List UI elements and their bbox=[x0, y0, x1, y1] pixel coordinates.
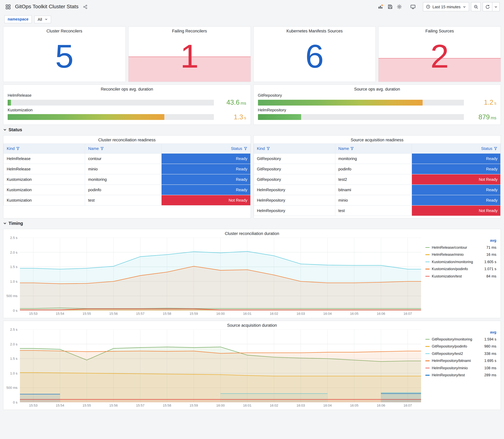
panel-title[interactable]: Source ops avg. duration bbox=[258, 85, 496, 92]
panel-title[interactable]: Kubernetes Manifests Sources bbox=[254, 27, 376, 34]
time-series-plot[interactable] bbox=[20, 329, 421, 402]
legend-series-name[interactable]: Kustomization/podinfo bbox=[432, 267, 484, 271]
x-axis-label: 15:59 bbox=[180, 312, 207, 315]
legend-series-name[interactable]: Kustomization/monitoring bbox=[432, 260, 484, 264]
top-bar: GitOps Toolkit Cluster Stats Last 15 bbox=[0, 0, 504, 13]
legend-item[interactable]: HelmRepository/bitnami1.695 s bbox=[425, 357, 496, 364]
legend-series-value: 338 ms bbox=[484, 352, 496, 356]
legend-avg-header[interactable]: avg bbox=[425, 238, 496, 244]
x-axis-label: 16:04 bbox=[314, 312, 341, 315]
column-header-kind[interactable]: Kind bbox=[3, 144, 85, 153]
gauge-label: HelmRepository bbox=[258, 108, 496, 112]
x-axis-label: 16:03 bbox=[287, 403, 314, 407]
column-header-status[interactable]: Status bbox=[161, 144, 250, 153]
page-title: GitOps Toolkit Cluster Stats bbox=[15, 4, 78, 10]
tables-row: Cluster reconciliation readiness Kind Na… bbox=[3, 135, 501, 219]
time-range-label: Last 15 minutes bbox=[432, 4, 461, 9]
panel-title[interactable]: Reconciler ops avg. duration bbox=[8, 85, 246, 92]
legend-item[interactable]: HelmRelease/contour71 ms bbox=[425, 244, 496, 251]
legend-series-name[interactable]: GitRepository/podinfo bbox=[432, 344, 484, 349]
panel-title[interactable]: Failing Sources bbox=[379, 27, 501, 34]
stat-panel-manifests-sources: Kubernetes Manifests Sources 6 bbox=[253, 26, 376, 82]
section-row-status[interactable]: Status bbox=[3, 127, 501, 132]
legend-series-name[interactable]: HelmRelease/contour bbox=[432, 245, 486, 250]
legend-item[interactable]: GitRepository/test2338 ms bbox=[425, 350, 496, 357]
x-axis-label: 16:05 bbox=[341, 312, 368, 315]
save-dashboard-button[interactable] bbox=[386, 3, 394, 10]
status-badge: Ready bbox=[412, 185, 501, 195]
legend-item[interactable]: GitRepository/monitoring1.594 s bbox=[425, 336, 496, 343]
dashboard-toolbar: Last 15 minutes bbox=[377, 2, 500, 11]
legend-series-value: 16 ms bbox=[486, 253, 496, 257]
legend-series-name[interactable]: GitRepository/test2 bbox=[432, 352, 484, 356]
x-axis: 15:5315:5415:5515:5615:5715:5815:5916:00… bbox=[20, 402, 421, 408]
column-header-name[interactable]: Name bbox=[335, 144, 412, 153]
legend-item[interactable]: Kustomization/podinfo1.071 s bbox=[425, 265, 496, 273]
add-panel-button[interactable] bbox=[377, 3, 385, 11]
panel-title[interactable]: Cluster reconciliation duration bbox=[3, 229, 501, 236]
cell-kind: GitRepository bbox=[254, 153, 335, 164]
x-axis-label: 15:53 bbox=[20, 312, 47, 315]
legend-item[interactable]: HelmRelease/minio16 ms bbox=[425, 251, 496, 258]
filter-icon bbox=[494, 147, 497, 150]
cell-kind: HelmRelease bbox=[3, 164, 85, 174]
namespace-variable-dropdown[interactable]: All bbox=[34, 15, 51, 23]
x-axis-label: 16:01 bbox=[234, 312, 261, 315]
status-badge: Not Ready bbox=[412, 174, 501, 185]
legend-item[interactable]: HelmRepository/minio108 ms bbox=[425, 364, 496, 372]
legend-avg-header[interactable]: avg bbox=[425, 330, 496, 336]
legend-series-name[interactable]: HelmRepository/bitnami bbox=[432, 359, 484, 363]
column-header-status[interactable]: Status bbox=[412, 144, 501, 153]
cell-kind: HelmRepository bbox=[254, 206, 335, 216]
dashboard-settings-button[interactable] bbox=[396, 3, 403, 10]
legend-series-name[interactable]: HelmRelease/minio bbox=[432, 253, 486, 257]
panel-title[interactable]: Failing Reconcilers bbox=[129, 27, 251, 34]
refresh-button[interactable] bbox=[483, 2, 492, 11]
panel-title[interactable]: Source acquisition duration bbox=[3, 321, 501, 328]
y-axis: 0 s500 ms1.0 s1.5 s2.0 s2.5 s bbox=[3, 238, 20, 311]
legend-series-name[interactable]: HelmRepository/test bbox=[432, 373, 484, 377]
panel-title[interactable]: Cluster Reconcilers bbox=[3, 27, 125, 34]
gauge-track bbox=[258, 100, 464, 106]
panel-title[interactable]: Source acquisition readiness bbox=[254, 135, 501, 143]
legend-item[interactable]: GitRepository/podinfo980 ms bbox=[425, 343, 496, 350]
legend-series-name[interactable]: HelmRepository/minio bbox=[432, 366, 484, 370]
panel-title[interactable]: Cluster reconciliation readiness bbox=[3, 135, 250, 143]
table-row: HelmRepositorybitnamiReady bbox=[254, 185, 501, 195]
y-axis-label: 500 ms bbox=[6, 386, 17, 390]
legend-series-name[interactable]: Kustomization/test bbox=[432, 274, 486, 278]
clock-icon bbox=[426, 5, 430, 9]
column-header-name[interactable]: Name bbox=[85, 144, 161, 153]
x-axis-label: 15:57 bbox=[127, 403, 154, 407]
cell-name: test2 bbox=[335, 174, 412, 185]
column-header-kind[interactable]: Kind bbox=[254, 144, 335, 153]
x-axis-label: 16:00 bbox=[207, 312, 234, 315]
legend-series-name[interactable]: GitRepository/monitoring bbox=[432, 337, 484, 341]
x-axis-label: 15:56 bbox=[100, 312, 127, 315]
legend-item[interactable]: Kustomization/test84 ms bbox=[425, 273, 496, 280]
dashboards-grid-icon[interactable] bbox=[4, 3, 12, 11]
legend-item[interactable]: HelmRepository/test289 ms bbox=[425, 372, 496, 379]
status-badge: Ready bbox=[412, 164, 501, 174]
x-axis-label: 16:00 bbox=[207, 403, 234, 407]
x-axis-label: 15:54 bbox=[47, 312, 74, 315]
time-series-plot[interactable] bbox=[20, 238, 421, 311]
zoom-out-button[interactable] bbox=[471, 2, 481, 11]
gauge-bar bbox=[8, 114, 164, 120]
table-row: GitRepositorytest2Not Ready bbox=[254, 174, 501, 185]
share-dashboard-icon[interactable] bbox=[82, 3, 89, 10]
cell-name: podinfo bbox=[335, 164, 412, 174]
section-row-timing[interactable]: Timing bbox=[3, 221, 501, 226]
legend-item[interactable]: Kustomization/monitoring1.605 s bbox=[425, 258, 496, 265]
legend-series-value: 84 ms bbox=[486, 274, 496, 278]
table-row: KustomizationtestNot Ready bbox=[3, 195, 250, 206]
x-axis-label: 15:58 bbox=[154, 312, 180, 315]
refresh-interval-dropdown[interactable] bbox=[492, 2, 500, 11]
panel-reconciler-ops-duration: Reconciler ops avg. duration HelmRelease… bbox=[3, 85, 251, 125]
cycle-view-mode-button[interactable] bbox=[409, 3, 417, 11]
x-axis-label: 16:02 bbox=[260, 312, 287, 315]
time-range-picker[interactable]: Last 15 minutes bbox=[423, 2, 469, 11]
table-row: KustomizationmonitoringReady bbox=[3, 174, 250, 185]
chart-legend: avgHelmRelease/contour71 msHelmRelease/m… bbox=[421, 238, 498, 317]
status-badge: Not Ready bbox=[412, 206, 501, 216]
